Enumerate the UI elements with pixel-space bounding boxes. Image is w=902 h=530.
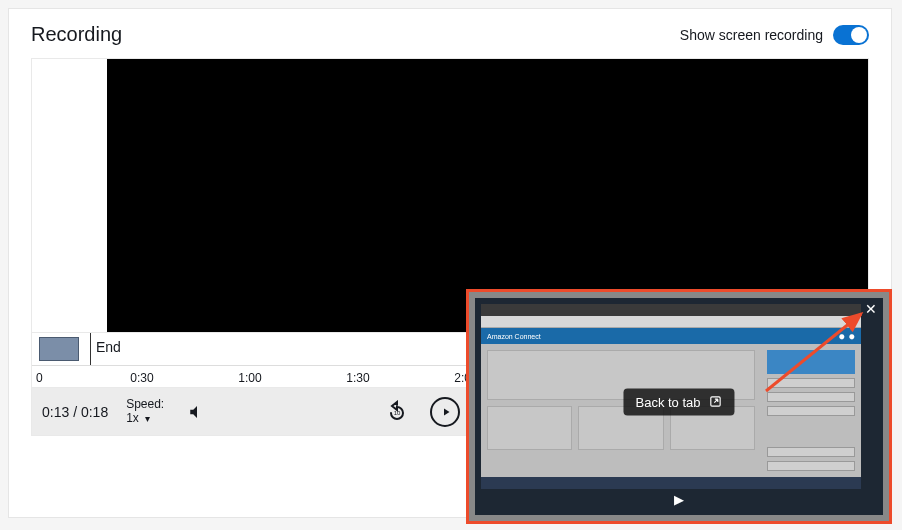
back-to-tab-label: Back to tab: [635, 394, 700, 409]
volume-icon: [188, 403, 206, 421]
screen-recording-toggle-group: Show screen recording: [680, 25, 869, 45]
end-marker: [90, 333, 91, 365]
panel-title: Recording: [31, 23, 122, 46]
topbar-actions: ⬤⬤: [839, 333, 855, 339]
replay-10-icon: 10: [385, 400, 409, 424]
sidebar-button: [767, 392, 855, 402]
app-brand: Amazon Connect: [487, 333, 541, 340]
sidebar-button: [767, 461, 855, 471]
pip-scrollbar[interactable]: [863, 304, 877, 489]
end-label: End: [96, 339, 121, 355]
recording-segment[interactable]: [39, 337, 79, 361]
os-taskbar: [481, 477, 861, 489]
tick-1: 0:30: [130, 371, 153, 385]
sidebar-button: [767, 378, 855, 388]
sidebar-button: [767, 447, 855, 457]
sidebar-card: [767, 350, 855, 374]
pip-controls: ▶: [481, 491, 877, 509]
browser-address-bar: [481, 316, 861, 328]
toggle-label: Show screen recording: [680, 27, 823, 43]
tick-2: 1:00: [238, 371, 261, 385]
volume-button[interactable]: [182, 397, 212, 427]
speed-value: 1x: [126, 412, 139, 425]
sidebar-button: [767, 406, 855, 416]
app-sidebar: [761, 344, 861, 477]
svg-text:10: 10: [394, 410, 401, 416]
content-card: [487, 406, 572, 450]
tick-0: 0: [36, 371, 43, 385]
replay-10-button[interactable]: 10: [382, 397, 412, 427]
time-display: 0:13 / 0:18: [42, 404, 108, 420]
play-button[interactable]: [430, 397, 460, 427]
pip-play-button[interactable]: ▶: [674, 492, 684, 507]
pip-window[interactable]: Amazon Connect ⬤⬤: [466, 289, 892, 524]
play-icon: [440, 406, 452, 418]
speed-label: Speed:: [126, 398, 164, 411]
panel-header: Recording Show screen recording: [9, 9, 891, 58]
back-to-tab-button[interactable]: Back to tab: [623, 388, 734, 415]
chevron-down-icon: ▾: [145, 413, 150, 424]
pip-close-button[interactable]: ✕: [863, 302, 879, 318]
app-topbar: Amazon Connect ⬤⬤: [481, 328, 861, 344]
show-screen-recording-toggle[interactable]: [833, 25, 869, 45]
tick-3: 1:30: [346, 371, 369, 385]
browser-tabs: [481, 304, 861, 316]
speed-control[interactable]: Speed: 1x ▾: [126, 398, 164, 424]
open-in-tab-icon: [709, 395, 723, 409]
